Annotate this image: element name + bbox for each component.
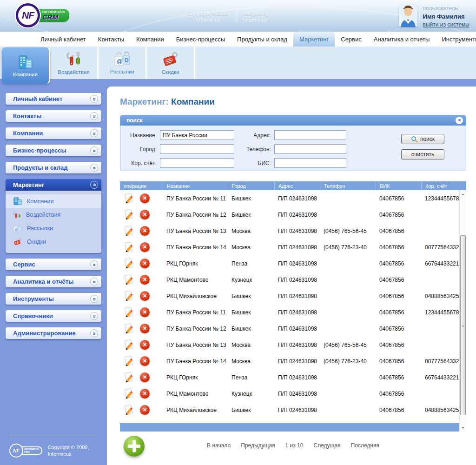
nav-tab[interactable]: Сервис [335, 32, 368, 46]
edit-icon[interactable] [123, 404, 134, 416]
submenu-item-impacts[interactable]: Воздействия [6, 208, 101, 221]
cell-account: 66764433221 [421, 374, 459, 381]
edit-icon[interactable] [123, 274, 134, 286]
sidebar-section[interactable]: Продукты и склад » [6, 162, 101, 173]
delete-icon[interactable]: ✕ [140, 275, 150, 285]
edit-icon[interactable] [123, 225, 134, 237]
account-field[interactable] [160, 158, 234, 168]
delete-icon[interactable]: ✕ [140, 210, 150, 219]
edit-icon[interactable] [123, 355, 134, 367]
pagination-last[interactable]: Последняя [351, 442, 379, 449]
address-field[interactable] [274, 130, 346, 140]
toolbar-item-companies[interactable]: Компании [2, 47, 50, 84]
expand-chevron-icon[interactable]: » [90, 164, 98, 172]
clear-button[interactable]: очистить [401, 149, 444, 159]
scroll-down-icon[interactable]: ▼ [460, 425, 466, 431]
expand-chevron-icon[interactable]: » [90, 312, 98, 320]
delete-icon[interactable]: ✕ [140, 356, 150, 366]
edit-icon[interactable] [123, 339, 134, 351]
delete-icon[interactable]: ✕ [140, 259, 150, 268]
cell-address: П/П 024631098 [274, 391, 320, 397]
scrollbar-thumb[interactable] [460, 235, 466, 415]
expand-chevron-icon[interactable]: » [90, 146, 98, 154]
main-content: Маркетинг: Компании поиск » Название: Го… [107, 86, 476, 465]
submenu-item-discounts[interactable]: Скидки [6, 235, 101, 248]
delete-icon[interactable]: ✕ [140, 193, 150, 203]
sidebar-section[interactable]: Администрирование » [6, 327, 101, 339]
submenu-item-companies[interactable]: Компании [6, 194, 101, 208]
collapse-chevron-icon[interactable]: » [90, 181, 98, 189]
edit-icon[interactable] [123, 290, 134, 302]
table-row: ✕ ПУ Банка России № 12 Бишкек П/П 024631… [120, 206, 459, 223]
delete-icon[interactable]: ✕ [140, 340, 150, 350]
edit-icon[interactable] [123, 306, 134, 318]
delete-icon[interactable]: ✕ [140, 307, 150, 317]
logout-link[interactable]: выйти из системы [423, 21, 469, 28]
submenu-item-mailings[interactable]: @ Рассылки [6, 221, 101, 235]
tools-icon [66, 51, 82, 67]
sidebar-section[interactable]: Компании » [6, 127, 101, 139]
expand-chevron-icon[interactable]: » [90, 260, 98, 268]
sidebar-section[interactable]: Справочники » [6, 310, 101, 322]
expand-chevron-icon[interactable]: » [90, 95, 98, 103]
nav-tab[interactable]: Компании [130, 32, 170, 46]
expand-chevron-icon[interactable]: » [90, 329, 98, 337]
phone-field[interactable] [274, 144, 346, 154]
bottom-controls: В начало Предыдущая 1 из 10 Следущая Пос… [120, 436, 466, 464]
bis-field[interactable] [274, 158, 346, 168]
edit-icon[interactable] [123, 241, 134, 253]
nav-tab[interactable]: Маркетинг [293, 32, 335, 46]
delete-icon[interactable]: ✕ [140, 405, 150, 415]
delete-icon[interactable]: ✕ [140, 242, 150, 252]
cell-name: РКЦ ГОрняк [163, 374, 228, 381]
delete-icon[interactable]: ✕ [140, 291, 150, 301]
name-field-label: Название: [123, 132, 157, 139]
pagination-first[interactable]: В начало [207, 442, 231, 449]
table-scrollbar[interactable]: ▲ ▼ [459, 190, 466, 432]
scroll-up-icon[interactable]: ▲ [460, 191, 466, 197]
expand-chevron-icon[interactable]: » [90, 278, 98, 286]
edit-icon[interactable] [123, 372, 134, 383]
table-row: ✕ ПУ Банка России № 11 Бишкек П/П 024631… [120, 190, 459, 206]
delete-icon[interactable]: ✕ [140, 372, 150, 382]
nav-tab[interactable]: Бизнес-процессы [170, 32, 231, 46]
expand-chevron-icon[interactable]: » [90, 295, 98, 303]
edit-icon[interactable] [123, 323, 134, 334]
sidebar-section[interactable]: Инструменты » [6, 293, 101, 305]
nav-tab[interactable]: Личный кабинет [34, 32, 92, 46]
edit-icon[interactable] [123, 193, 134, 204]
edit-icon[interactable] [123, 388, 134, 399]
column-header-name: Название [163, 181, 228, 190]
toolbar-item-mailings[interactable]: D @ Рассылки [99, 46, 147, 79]
pagination-prev[interactable]: Предыдущая [241, 442, 275, 449]
toolbar-item-impacts[interactable]: Воздействия [50, 46, 99, 79]
cell-address: П/П 024631098 [274, 195, 320, 202]
table-row: ✕ РКЦ Михайловское Бишкек П/П 024631098 … [120, 402, 459, 418]
delete-icon[interactable]: ✕ [140, 226, 150, 236]
pagination-next[interactable]: Следущая [313, 442, 340, 449]
nav-tab[interactable]: Контакты [92, 32, 130, 46]
delete-icon[interactable]: ✕ [140, 389, 150, 399]
expand-chevron-icon[interactable]: » [90, 112, 98, 120]
sidebar-section[interactable]: Бизнес-процессы » [6, 145, 101, 156]
mail-bags-icon: @ [13, 224, 22, 232]
search-button[interactable]: поиск [401, 134, 444, 144]
sidebar-section[interactable]: Контакты » [6, 110, 101, 122]
sidebar-section-marketing[interactable]: Маркетинг » [6, 179, 101, 191]
nav-tab[interactable]: Аналитика и отчеты [368, 32, 436, 46]
cell-bik: 04067856 [376, 407, 421, 413]
edit-icon[interactable] [123, 209, 134, 220]
edit-icon[interactable] [123, 258, 134, 269]
sidebar-section[interactable]: Аналитика и отчёты » [6, 276, 101, 287]
tools-icon [13, 211, 21, 219]
city-field[interactable] [160, 144, 234, 154]
toolbar-item-discounts[interactable]: Скидки [147, 46, 195, 79]
nav-tab[interactable]: Инструменты [436, 32, 476, 46]
delete-icon[interactable]: ✕ [140, 324, 150, 333]
sidebar-section[interactable]: Сервис » [6, 259, 101, 270]
expand-chevron-icon[interactable]: » [90, 129, 98, 137]
name-field[interactable] [160, 130, 234, 140]
panel-collapse-icon[interactable]: » [456, 117, 463, 124]
nav-tab[interactable]: Продукты и склад [231, 32, 293, 46]
sidebar-section[interactable]: Личный кабинет » [6, 93, 101, 105]
